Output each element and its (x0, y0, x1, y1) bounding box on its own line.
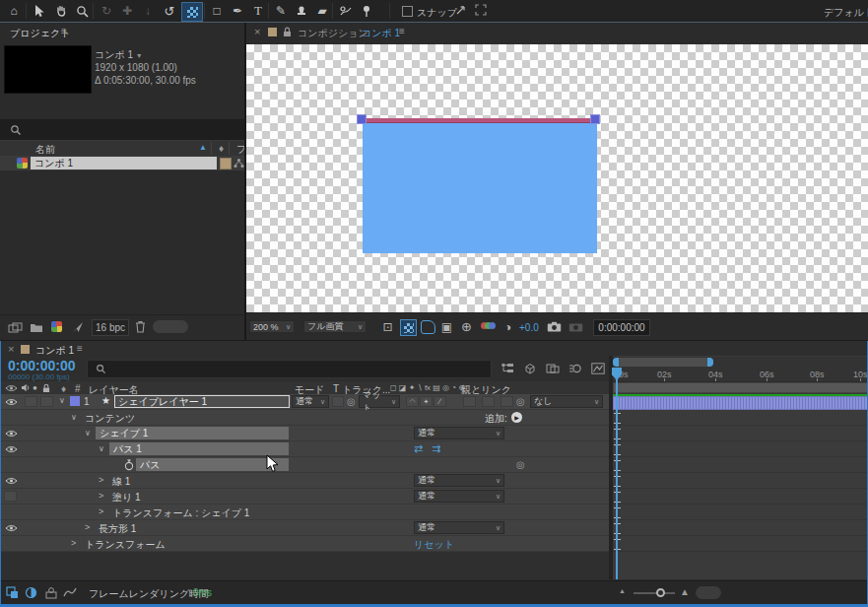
layer-label-swatch[interactable] (70, 396, 80, 406)
timeline-zoom-slider-track[interactable] (634, 592, 675, 594)
layer-switches-header-icons[interactable]: ◻ ◪ ✦ ∖ fx ▤ ◎ ◔ ⊕ (390, 383, 465, 392)
project-panel-menu-icon[interactable]: ≡ (61, 26, 67, 36)
group-mode-dropdown[interactable]: 通常∨ (414, 521, 504, 534)
group-label-selected[interactable]: パス 1 (109, 442, 289, 455)
project-item-row[interactable]: コンポ 1 (0, 156, 244, 170)
navigator-handle-left[interactable] (613, 358, 619, 367)
group-label[interactable]: 長方形 1 (99, 522, 136, 536)
close-tab-icon[interactable]: × (254, 26, 260, 37)
property-pickwhip-icon[interactable]: ◎ (516, 459, 525, 470)
project-search-field[interactable] (0, 119, 244, 141)
tab-label-swatch[interactable] (268, 28, 277, 36)
mask-visibility-icon[interactable] (421, 320, 435, 334)
group-mode-dropdown[interactable]: 通常∨ (414, 474, 504, 487)
rectangle-tool-icon[interactable]: □ (207, 2, 227, 20)
close-tab-icon[interactable]: × (8, 343, 14, 355)
property-row-contents[interactable]: ∨ コンテンツ 追加: ▶ (0, 410, 609, 426)
puppet-pin-tool-icon[interactable] (357, 2, 376, 20)
property-row-transform[interactable]: > トランスフォーム リセット (0, 536, 609, 552)
layer-name-edit-field[interactable]: シェイプレイヤー 1 (114, 395, 290, 408)
reset-link[interactable]: リセット (414, 538, 454, 552)
effects-switch[interactable] (463, 396, 476, 407)
time-navigator-track[interactable] (613, 357, 868, 368)
collapsed-arrow-icon[interactable]: > (99, 491, 103, 501)
property-row-rectangle1[interactable]: > 長方形 1 通常∨ (0, 520, 609, 536)
visibility-toggle-off[interactable] (4, 491, 17, 502)
selected-path-edge[interactable] (363, 118, 597, 123)
path-direction-icon[interactable]: ⇉ (432, 442, 440, 455)
solo-toggle[interactable] (40, 396, 53, 407)
layer-duration-bar[interactable] (613, 396, 868, 410)
resolution-dropdown[interactable]: フル画質∨ (303, 320, 367, 333)
choose-grid-icon[interactable]: ⊡ (380, 319, 395, 334)
layer-row[interactable]: ∨ 1 ★ シェイプレイヤー 1 通常∨ ◎ マット∨ ◠ ✦ ∕ ◎ なし∨ (0, 394, 609, 410)
comp-panel-menu-icon[interactable]: ≡ (399, 26, 405, 36)
color-depth-button[interactable]: 16 bpc (92, 319, 129, 336)
zoom-out-mountain-icon[interactable]: ▲ (619, 587, 626, 594)
project-item-name[interactable]: コンポ 1 (31, 157, 217, 169)
collapse-transforms-switch-icon[interactable]: ✦ (420, 396, 433, 407)
clone-stamp-tool-icon[interactable] (292, 2, 311, 20)
frame-blend-switch[interactable] (482, 396, 495, 407)
snap-checkbox[interactable] (402, 6, 413, 17)
track-matte-dropdown[interactable]: マット∨ (359, 395, 400, 408)
item-label-swatch[interactable] (220, 158, 232, 169)
group-mode-dropdown[interactable]: 通常∨ (414, 427, 504, 439)
hand-tool-icon[interactable] (51, 2, 71, 20)
new-composition-icon[interactable] (51, 321, 62, 332)
timeline-pill-button[interactable] (696, 586, 721, 599)
layer-mode-dropdown[interactable]: 通常∨ (292, 395, 329, 408)
timeline-tab-name[interactable]: コンポ 1 (35, 344, 74, 358)
group-label-selected[interactable]: シェイプ 1 (96, 427, 289, 439)
comp-thumbnail[interactable] (4, 45, 92, 94)
composition-tab-label[interactable]: コンポジション (298, 27, 368, 40)
expand-arrow-icon[interactable]: ∨ (59, 396, 65, 405)
workspace-selector[interactable]: デフォルト (824, 6, 868, 20)
sort-ascending-icon[interactable]: ▲ (199, 143, 207, 152)
exposure-shutter-icon[interactable]: ◑ (501, 319, 515, 334)
add-label[interactable]: 追加: (485, 412, 507, 426)
parent-pickwhip-icon[interactable]: ◎ (516, 396, 525, 407)
path-direction-icon[interactable]: ⇄ (414, 442, 423, 455)
expand-arrow-icon[interactable]: ∨ (85, 429, 91, 438)
text-tool-icon[interactable]: T (248, 2, 268, 20)
eraser-tool-icon[interactable]: ▰ (312, 2, 332, 20)
timeline-search-field[interactable] (87, 360, 492, 378)
magnification-dropdown[interactable]: 200 %∨ (249, 320, 295, 333)
selection-tool-icon[interactable] (30, 2, 49, 20)
property-row-shape1[interactable]: ∨ シェイプ 1 通常∨ (0, 426, 609, 441)
path-vertex-handle[interactable] (357, 114, 367, 124)
pan-camera-tool-icon[interactable]: ✚ (117, 2, 137, 20)
composition-viewport[interactable] (246, 44, 868, 312)
expand-arrow-icon[interactable]: ∨ (71, 413, 77, 422)
target-region-icon[interactable]: ⊕ (459, 319, 474, 334)
audio-toggle[interactable] (25, 396, 37, 407)
collapsed-arrow-icon[interactable]: > (99, 506, 103, 516)
name-column-header[interactable]: 名前 (35, 143, 55, 157)
property-row-transform-shape1[interactable]: > トランスフォーム : シェイプ 1 (0, 505, 609, 520)
parent-link-dropdown[interactable]: なし∨ (530, 395, 603, 408)
work-area-bar[interactable] (613, 382, 868, 393)
group-label[interactable]: トランスフォーム (85, 538, 166, 552)
dolly-camera-tool-icon[interactable]: ↓ (138, 2, 158, 20)
transparency-grid-icon[interactable] (400, 319, 417, 336)
shy-switch-icon[interactable]: ◠ (406, 396, 419, 407)
collapsed-arrow-icon[interactable]: > (99, 475, 103, 485)
group-label[interactable]: コンテンツ (85, 412, 135, 426)
collapsed-arrow-icon[interactable]: > (85, 522, 90, 532)
orbit-camera-tool-icon[interactable]: ↻ (97, 2, 116, 20)
zoom-tool-icon[interactable] (72, 2, 92, 20)
timeline-zoom-slider-knob[interactable] (656, 588, 665, 597)
collapsed-arrow-icon[interactable]: > (71, 538, 76, 548)
matte-toggle[interactable] (332, 396, 344, 407)
quality-switch-icon[interactable]: ∕ (434, 396, 446, 407)
timeline-panel-menu-icon[interactable]: ≡ (77, 343, 83, 354)
snap-diagonal-arrow-icon[interactable] (455, 4, 467, 16)
pen-tool-icon[interactable]: ✒ (228, 2, 247, 20)
navigator-handle-right[interactable] (707, 358, 713, 367)
snap-bounding-box-icon[interactable] (475, 4, 487, 16)
property-row-fill[interactable]: > 塗り 1 通常∨ (0, 489, 609, 505)
property-row-path[interactable]: パス ◎ (0, 457, 609, 473)
group-label[interactable]: 線 1 (112, 475, 130, 489)
time-ruler[interactable]: 0s 02s 04s 06s 08s 10s (613, 368, 868, 382)
